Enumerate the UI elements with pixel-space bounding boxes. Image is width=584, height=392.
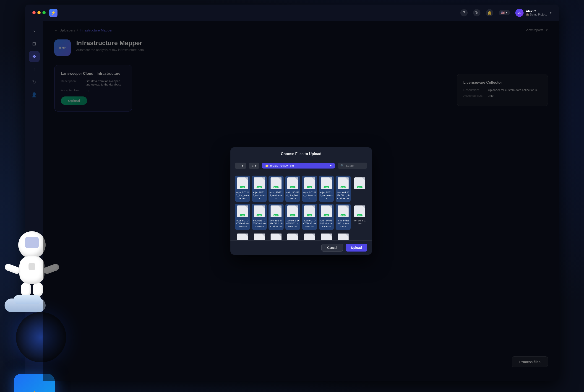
sidebar-item-upload[interactable]: ↑	[29, 64, 40, 75]
file-type-badge: CSV	[341, 214, 346, 216]
file-name: anjin_SD2214_dba_feature.csv	[286, 191, 300, 200]
folder-icon: 📁	[265, 164, 269, 168]
file-icon: CSV	[338, 178, 349, 190]
cancel-button[interactable]: Cancel	[321, 244, 343, 252]
sidebar-item-collapse[interactable]: ›	[29, 26, 40, 36]
file-icon: CSV	[287, 234, 298, 240]
file-icon: CSV	[254, 206, 265, 218]
flag-icon: 🇺🇸	[501, 11, 505, 14]
file-type-badge: CSV	[290, 214, 295, 216]
file-item[interactable]: CSV file_extra_6.csv	[302, 232, 317, 240]
sidebar-item-apps[interactable]: ❖	[29, 51, 40, 62]
file-type-badge: CSV	[290, 186, 295, 188]
list-view-button[interactable]: ≡ ▾	[249, 162, 259, 169]
content-area: ← Uploaders / Infrastructure Mapper IFMP…	[43, 21, 559, 381]
file-name: boomer1_DATADIA1_options.csv	[236, 219, 249, 228]
upload-button[interactable]: Upload	[346, 244, 367, 252]
file-grid: CSV anjin_SD2213_dba_feature.csv CSV anj…	[230, 172, 372, 240]
app-window: ⚡ ? ↻ 🔔 🇺🇸 ▾ A Alex C. 🏠 Demo Project	[25, 4, 559, 381]
help-icon[interactable]: ?	[460, 9, 468, 16]
file-name: anjin_SD2213_dba_feature.csv	[236, 191, 249, 200]
sidebar-item-dashboard[interactable]: ⊞	[29, 38, 40, 49]
title-bar: ⚡ ? ↻ 🔔 🇺🇸 ▾ A Alex C. 🏠 Demo Project	[25, 4, 559, 21]
refresh-icon[interactable]: ↻	[473, 9, 480, 16]
traffic-light-yellow[interactable]	[38, 11, 41, 14]
search-placeholder: Search	[346, 164, 355, 168]
file-item[interactable]: CSV file_extra_8.csv	[336, 232, 351, 240]
search-icon: 🔍	[340, 164, 344, 168]
language-selector[interactable]: 🇺🇸 ▾	[499, 10, 510, 15]
file-item[interactable]: CSV anjin_SD2214_dba_feature.csv	[285, 176, 300, 202]
file-icon: CSV	[237, 178, 248, 190]
file-item[interactable]: CSV boomer1_DATADIA1_version.csv	[252, 204, 267, 230]
file-icon: CSV	[304, 178, 315, 190]
file-name: boomer2_DATADIA2_dba...ature.csv	[269, 219, 283, 228]
file-item[interactable]: CSV file_extra_5.csv	[285, 232, 300, 240]
file-item[interactable]: CSV file_extra_4.csv	[269, 232, 284, 240]
sidebar-item-sync[interactable]: ↻	[29, 76, 40, 88]
file-item[interactable]: CSV anjin_SD2213_version.csv	[269, 176, 284, 202]
file-icon: CSV	[304, 234, 315, 240]
title-bar-right: ? ↻ 🔔 🇺🇸 ▾ A Alex C. 🏠 Demo Project ▾	[460, 9, 551, 17]
traffic-light-green[interactable]	[43, 11, 46, 14]
file-item[interactable]: CSV file_extra_3.csv	[252, 232, 267, 240]
file-name: ronin_PPRSS12_dba_feature.csv	[320, 219, 333, 228]
file-type-badge: CSV	[257, 186, 262, 188]
bell-icon[interactable]: 🔔	[486, 9, 493, 16]
file-type-badge: CSV	[324, 186, 329, 188]
file-item[interactable]: CSV ronin_PPRSS12_dba_feature.csv	[319, 204, 334, 230]
file-type-badge: CSV	[307, 186, 312, 188]
grid-chevron: ▾	[242, 164, 243, 168]
grid-icon: ⊞	[238, 164, 240, 168]
file-icon: CSV	[237, 206, 248, 218]
file-name: anjin_SD2213_options.csv	[253, 191, 266, 200]
file-name: boomer2_DATADIA2_version.csv	[303, 219, 316, 228]
grid-view-button[interactable]: ⊞ ▾	[235, 162, 246, 169]
file-icon: CSV	[254, 178, 265, 190]
file-type-badge: CSV	[307, 214, 312, 216]
file-item[interactable]: CSV anjin_SD2213_dba_feature.csv	[235, 176, 250, 202]
file-item[interactable]: CSV boomer2_DATADIA2_options.csv	[285, 204, 300, 230]
file-item[interactable]: CSV ronin_PPRSS12_options.csv	[336, 204, 351, 230]
file-item[interactable]: CSV boomer2_DATADIA2_version.csv	[302, 204, 317, 230]
file-name: ...	[359, 191, 361, 194]
file-icon: CSV	[321, 178, 332, 190]
modal-header: Choose Files to Upload	[230, 147, 372, 160]
file-item[interactable]: CSV anjin_SD2214_options.csv	[302, 176, 317, 202]
file-item[interactable]: CSV anjin_SD2213_options.csv	[252, 176, 267, 202]
file-item[interactable]: CSV anjin_SD2214_version.csv	[319, 176, 334, 202]
file-item[interactable]: CSV ...	[352, 176, 367, 202]
file-type-badge: CSV	[240, 214, 245, 216]
traffic-light-red[interactable]	[33, 11, 36, 14]
file-icon: CSV	[354, 206, 365, 218]
file-name: ronin_PPRSS12_options.csv	[336, 219, 350, 228]
search-field[interactable]: 🔍 Search	[338, 162, 367, 169]
file-item[interactable]: CSV file_extra_2.csv	[235, 232, 250, 240]
file-icon: CSV	[271, 206, 282, 218]
file-type-badge: CSV	[274, 186, 279, 188]
flag-chevron: ▾	[506, 11, 507, 14]
file-item[interactable]: CSV boomer1_DATADIA1_options.csv	[235, 204, 250, 230]
title-bar-left: ⚡	[33, 9, 58, 17]
file-icon: CSV	[321, 206, 332, 218]
file-type-badge: CSV	[240, 186, 245, 188]
file-item[interactable]: CSV boomer1_DATADIA1_dba...ature.csv	[336, 176, 351, 202]
file-name: anjin_SD2214_version.csv	[320, 191, 333, 200]
sidebar-item-users[interactable]: 👤	[29, 90, 40, 100]
traffic-lights	[33, 11, 46, 14]
file-name: file_extra_1.csv	[353, 219, 367, 225]
user-menu[interactable]: A Alex C. 🏠 Demo Project ▾	[515, 9, 551, 17]
file-name: anjin_SD2214_options.csv	[303, 191, 316, 200]
main-layout: › ⊞ ❖ ↑ ↻ 👤 ← Uploaders / Infrastructure…	[25, 21, 559, 381]
file-item[interactable]: CSV file_extra_7.csv	[319, 232, 334, 240]
list-icon: ≡	[252, 164, 253, 168]
file-icon: CSV	[338, 234, 349, 240]
avatar: A	[515, 9, 523, 17]
file-item[interactable]: CSV file_extra_1.csv	[352, 204, 367, 230]
file-item[interactable]: CSV boomer2_DATADIA2_dba...ature.csv	[269, 204, 284, 230]
user-chevron: ▾	[550, 10, 551, 15]
file-name: boomer2_DATADIA2_options.csv	[286, 219, 300, 228]
user-info: Alex C. 🏠 Demo Project	[526, 9, 546, 16]
modal-footer: Cancel Upload	[230, 240, 372, 255]
folder-name: oracle_review_lite	[270, 164, 294, 168]
